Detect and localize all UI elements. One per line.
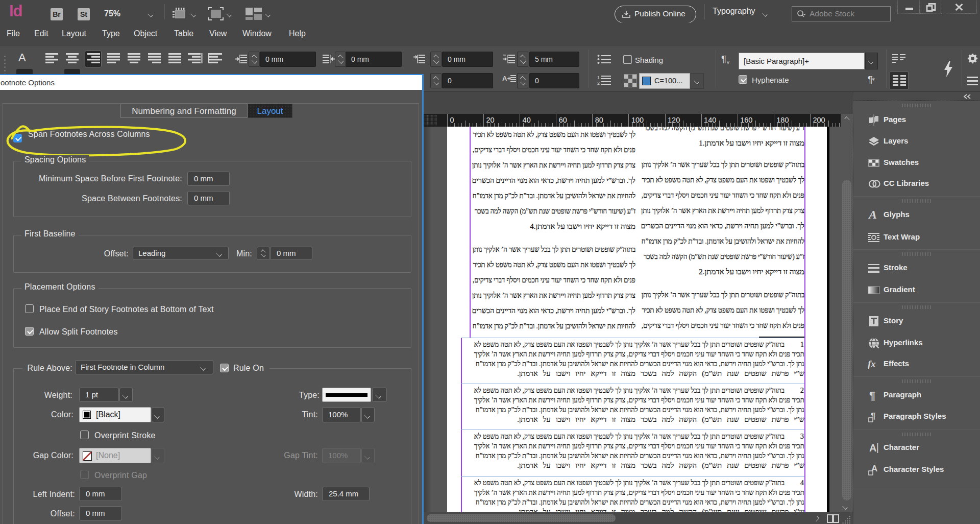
svg-text:1: 1 <box>597 75 600 80</box>
svg-text:A+: A+ <box>502 75 511 82</box>
svg-text:A: A <box>868 209 877 221</box>
svg-text:¶: ¶ <box>869 389 875 401</box>
svg-text:2: 2 <box>597 81 600 85</box>
svg-text:A: A <box>869 442 876 454</box>
svg-text:fx: fx <box>868 359 876 369</box>
